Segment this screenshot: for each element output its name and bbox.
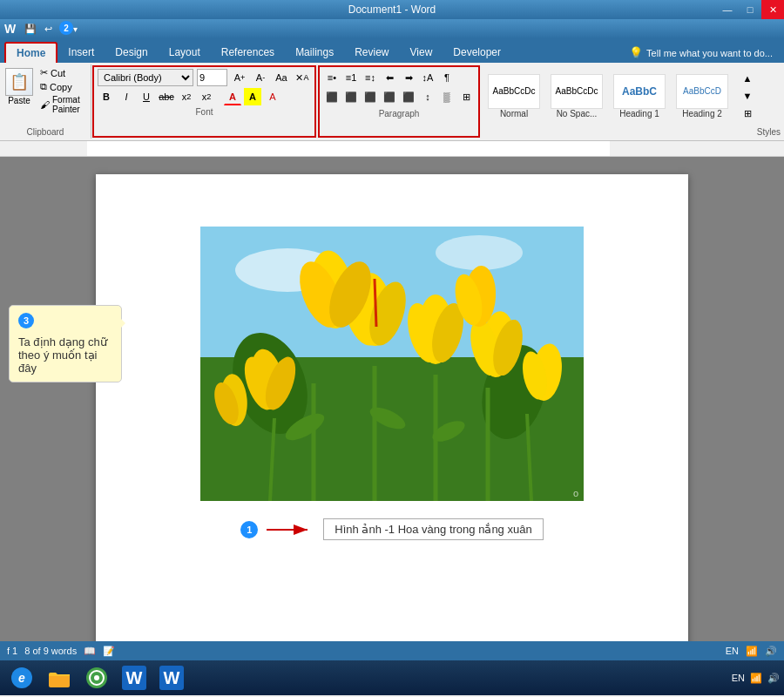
styles-scroll-up[interactable]: ▲	[739, 70, 756, 87]
svg-text:o: o	[573, 488, 578, 498]
caption-badge: 1	[240, 521, 258, 538]
style-heading2[interactable]: AaBbCcD Heading 2	[672, 72, 732, 120]
font-grow-button[interactable]: A+	[231, 69, 248, 86]
borders-button[interactable]: ⊞	[457, 88, 475, 105]
tab-review[interactable]: Review	[344, 42, 399, 63]
align-left-button[interactable]: ⬛	[323, 88, 341, 105]
bold-button[interactable]: B	[98, 88, 115, 105]
tab-design[interactable]: Design	[105, 42, 158, 63]
ie-icon: e	[10, 666, 34, 690]
flower-image: o	[200, 227, 584, 501]
styles-scroll-arrows: ▲ ▼ ⊞	[739, 70, 756, 122]
signal-icon: 📶	[746, 646, 758, 657]
columns-button[interactable]: ⬛	[400, 88, 417, 105]
italic-button[interactable]: I	[118, 88, 135, 105]
ribbon-tabs: Home Insert Design Layout References Mai…	[0, 38, 784, 63]
paste-button[interactable]: 📋 Paste	[3, 66, 35, 107]
folder-button[interactable]	[42, 663, 77, 693]
ie-button[interactable]: e	[4, 663, 39, 693]
show-marks-button[interactable]: ¶	[438, 69, 456, 86]
norton-button[interactable]	[79, 663, 114, 693]
strikethrough-button[interactable]: abc	[158, 88, 175, 105]
clear-formatting-button[interactable]: ✕A	[294, 69, 311, 86]
subscript-button[interactable]: x2	[178, 88, 195, 105]
styles-more-btn[interactable]: ⊞	[739, 105, 756, 122]
copy-button[interactable]: ⧉ Copy	[38, 80, 87, 93]
undo-quick-btn[interactable]: ↩	[42, 23, 55, 36]
svg-text:W: W	[164, 668, 180, 687]
word2-icon: W	[158, 664, 186, 692]
qa-badge: 2	[59, 21, 73, 35]
increase-indent-button[interactable]: ➡	[400, 69, 417, 86]
status-bar: f 1 8 of 9 words 📖 📝 EN 📶 🔊	[0, 641, 784, 660]
text-effect-button[interactable]: A	[264, 88, 281, 105]
note-icon: 📝	[103, 646, 115, 657]
format-painter-button[interactable]: 🖌 Format Painter	[38, 94, 87, 115]
save-quick-btn[interactable]: 💾	[22, 23, 39, 36]
qa-dropdown-btn[interactable]: ▾	[73, 24, 78, 34]
maximize-button[interactable]: □	[739, 0, 761, 19]
tab-mailings[interactable]: Mailings	[285, 42, 344, 63]
multilevel-list-button[interactable]: ≡↕	[362, 69, 379, 86]
app-bar: W 💾 ↩ ↪ ▾ 2 Home Insert Design Layout Re…	[0, 19, 784, 63]
superscript-button[interactable]: x2	[198, 88, 215, 105]
norton-icon	[84, 666, 109, 690]
title-bar: Document1 - Word — □ ✕	[0, 0, 784, 19]
tab-insert[interactable]: Insert	[57, 42, 105, 63]
document-page: o 1	[96, 174, 688, 641]
window-controls: — □ ✕	[716, 0, 784, 19]
shading-button[interactable]: ▒	[438, 88, 456, 105]
styles-gallery: AaBbCcDc Normal AaBbCcDc No Spac... AaBb…	[484, 66, 781, 125]
sort-button[interactable]: ↕A	[419, 69, 436, 86]
tell-me-input[interactable]: 💡 Tell me what you want to do...	[622, 43, 780, 63]
decrease-indent-button[interactable]: ⬅	[381, 69, 398, 86]
callout-badge: 3	[18, 313, 34, 328]
copy-icon: ⧉	[40, 81, 47, 92]
horizontal-ruler: /* ruler marks drawn in JS below */	[0, 141, 784, 157]
tab-view[interactable]: View	[400, 42, 443, 63]
clipboard-label: Clipboard	[3, 127, 87, 137]
word-button[interactable]: W	[117, 663, 152, 693]
bullets-button[interactable]: ≡•	[323, 69, 341, 86]
numbering-button[interactable]: ≡1	[342, 69, 360, 86]
underline-button[interactable]: U	[138, 88, 155, 105]
line-spacing-button[interactable]: ↕	[419, 88, 436, 105]
style-heading2-preview: AaBbCcD	[676, 74, 728, 109]
tab-developer[interactable]: Developer	[443, 42, 511, 63]
style-heading1[interactable]: AaBbC Heading 1	[610, 72, 669, 120]
style-heading1-preview: AaBbC	[613, 74, 666, 109]
font-label: Font	[98, 107, 311, 117]
clipboard-small-buttons: ✂ Cut ⧉ Copy 🖌 Format Painter	[38, 66, 87, 115]
tab-layout[interactable]: Layout	[159, 42, 211, 63]
svg-line-23	[375, 279, 376, 327]
word2-button[interactable]: W	[154, 663, 189, 693]
highlight-color-button[interactable]: A	[244, 88, 261, 105]
tab-references[interactable]: References	[211, 42, 285, 63]
flower-svg: o	[200, 227, 584, 501]
svg-text:e: e	[18, 671, 25, 685]
font-shrink-button[interactable]: A-	[252, 69, 269, 86]
clipboard-group: 📋 Paste ✂ Cut ⧉ Copy 🖌 Format Painter Cl…	[0, 64, 91, 139]
word-icon: W	[120, 664, 148, 692]
style-normal[interactable]: AaBbCcDc Normal	[484, 72, 544, 120]
align-center-button[interactable]: ⬛	[342, 88, 360, 105]
change-case-button[interactable]: Aa	[273, 69, 290, 86]
font-name-select[interactable]: Calibri (Body)	[98, 69, 193, 86]
caption-arrow: 1	[240, 521, 314, 538]
app-title: Document1 - Word	[348, 3, 436, 16]
styles-scroll-down[interactable]: ▼	[739, 87, 756, 105]
paragraph-group: ≡• ≡1 ≡↕ ⬅ ➡ ↕A ¶ ⬛ ⬛ ⬛ ⬛ ⬛ ↕ ▒ ⊞ Paragr…	[318, 65, 480, 138]
close-button[interactable]: ✕	[761, 0, 784, 19]
justify-button[interactable]: ⬛	[381, 88, 398, 105]
caption-container: 1 Hình ảnh -1 Hoa vàng trong nắng xuân	[240, 518, 543, 540]
font-size-input[interactable]	[197, 69, 227, 86]
document-area[interactable]: o 1	[0, 157, 784, 641]
align-right-button[interactable]: ⬛	[362, 88, 379, 105]
callout-tooltip: 3 Ta định dạng chữ theo ý muốn tại đây	[9, 305, 122, 382]
font-color-button[interactable]: A	[224, 88, 241, 105]
style-no-spacing[interactable]: AaBbCcDc No Spac...	[547, 72, 606, 120]
minimize-button[interactable]: —	[716, 0, 739, 19]
tab-home[interactable]: Home	[4, 42, 57, 63]
styles-group: AaBbCcDc Normal AaBbCcDc No Spac... AaBb…	[481, 64, 784, 139]
cut-button[interactable]: ✂ Cut	[38, 66, 87, 79]
